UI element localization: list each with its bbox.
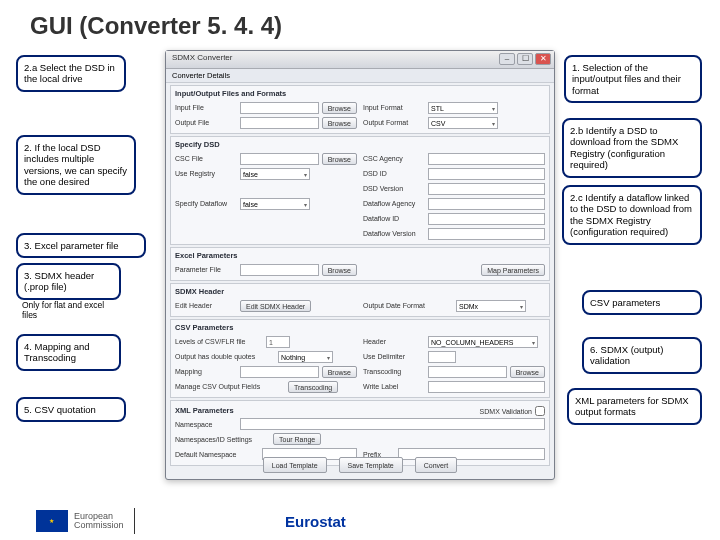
note-flat-excel: Only for flat and excel files (22, 300, 112, 320)
label-dataflow-version: Dataflow Version (363, 230, 425, 237)
convert-button[interactable]: Convert (415, 457, 458, 473)
label-output-doublequotes: Output has double quotes (175, 353, 275, 360)
label-dsd-id: DSD ID (363, 170, 425, 177)
title-prefix: GUI (30, 12, 73, 39)
section-dsd-title: Specify DSD (175, 140, 545, 149)
divider (134, 508, 135, 534)
transcoding-field[interactable] (428, 366, 507, 378)
window-controls: – ☐ ✕ (499, 53, 551, 65)
browse-csc-button[interactable]: Browse (322, 153, 357, 165)
label-output-format: Output Format (363, 119, 425, 126)
label-dataflow-agency: Dataflow Agency (363, 200, 425, 207)
dataflow-version-field[interactable] (428, 228, 545, 240)
callout-2b: 2.b Identify a DSD to download from the … (562, 118, 702, 178)
section-xml-params: XML Parameters SDMX Validation Namespace… (170, 400, 550, 466)
eurostat-label: Eurostat (285, 513, 346, 530)
parameter-file-field[interactable] (240, 264, 319, 276)
label-manage-csv-output: Manage CSV Output Fields (175, 383, 285, 390)
output-file-field[interactable] (240, 117, 319, 129)
label-use-delimiter: Use Delimiter (363, 353, 425, 360)
input-file-field[interactable] (240, 102, 319, 114)
label-use-registry: Use Registry (175, 170, 237, 177)
section-io: Input/Output Files and Formats Input Fil… (170, 85, 550, 134)
section-excel-title: Excel Parameters (175, 251, 545, 260)
minimize-button[interactable]: – (499, 53, 515, 65)
section-xml-title: XML Parameters (175, 406, 477, 415)
close-button[interactable]: ✕ (535, 53, 551, 65)
ec-text: European Commission (74, 512, 124, 531)
window-titlebar: SDMX Converter – ☐ ✕ (166, 51, 554, 69)
callout-6-validation: 6. SDMX (output) validation (582, 337, 702, 374)
edit-sdmx-header-button[interactable]: Edit SDMX Header (240, 300, 311, 312)
label-mapping: Mapping (175, 368, 237, 375)
maximize-button[interactable]: ☐ (517, 53, 533, 65)
header-select[interactable]: NO_COLUMN_HEADERS (428, 336, 538, 348)
label-namespace: Namespace (175, 421, 237, 428)
label-input-format: Input Format (363, 104, 425, 111)
label-output-date-format: Output Date Format (363, 302, 453, 309)
label-edit-header: Edit Header (175, 302, 237, 309)
ec-logo-area: European Commission (36, 508, 135, 534)
callout-3-sdmx-header: 3. SDMX header (.prop file) (16, 263, 121, 300)
callout-1-selection: 1. Selection of the input/output files a… (564, 55, 702, 103)
footer-buttons: Load Template Save Template Convert (166, 457, 554, 473)
callout-4-mapping: 4. Mapping and Transcoding (16, 334, 121, 371)
load-template-button[interactable]: Load Template (263, 457, 327, 473)
label-namespace-settings: Namespaces/ID Settings (175, 436, 270, 443)
section-io-title: Input/Output Files and Formats (175, 89, 545, 98)
delimiter-field[interactable] (428, 351, 456, 363)
input-format-select[interactable]: STL (428, 102, 498, 114)
ec-line2: Commission (74, 521, 124, 530)
label-input-file: Input File (175, 104, 237, 111)
dataflow-id-field[interactable] (428, 213, 545, 225)
doublequotes-select[interactable]: Nothing (278, 351, 333, 363)
browse-mapping-button[interactable]: Browse (322, 366, 357, 378)
label-output-file: Output File (175, 119, 237, 126)
namespace-field[interactable] (240, 418, 545, 430)
mapping-field[interactable] (240, 366, 319, 378)
section-csv-params: CSV Parameters Levels of CSV/FLR file1 H… (170, 319, 550, 398)
label-dataflow-id: Dataflow ID (363, 215, 425, 222)
callout-2c: 2.c Identify a dataflow linked to the DS… (562, 185, 702, 245)
dsd-id-field[interactable] (428, 168, 545, 180)
save-template-button[interactable]: Save Template (339, 457, 403, 473)
browse-transcoding-button[interactable]: Browse (510, 366, 545, 378)
callout-csv-params: CSV parameters (582, 290, 702, 315)
csc-agency-field[interactable] (428, 153, 545, 165)
converter-window: SDMX Converter – ☐ ✕ Converter Details I… (165, 50, 555, 480)
section-sdmx-header-title: SDMX Header (175, 287, 545, 296)
label-dsd-version: DSD Version (363, 185, 425, 192)
window-title: SDMX Converter (172, 53, 232, 62)
browse-param-button[interactable]: Browse (322, 264, 357, 276)
label-parameter-file: Parameter File (175, 266, 237, 273)
tour-range-button[interactable]: Tour Range (273, 433, 321, 445)
section-excel-params: Excel Parameters Parameter FileBrowse Ma… (170, 247, 550, 281)
callout-3-excel: 3. Excel parameter file (16, 233, 146, 258)
slide-title: GUI (Converter 5. 4. 4) (30, 12, 282, 40)
label-csc-file: CSC File (175, 155, 237, 162)
output-date-format-select[interactable]: SDMx (456, 300, 526, 312)
dsd-version-field[interactable] (428, 183, 545, 195)
label-header: Header (363, 338, 425, 345)
output-format-select[interactable]: CSV (428, 117, 498, 129)
dataflow-agency-field[interactable] (428, 198, 545, 210)
levels-field[interactable]: 1 (266, 336, 290, 348)
tab-converter-details[interactable]: Converter Details (166, 69, 554, 83)
write-label-field[interactable] (428, 381, 545, 393)
title-rest: (Converter 5. 4. 4) (73, 12, 282, 39)
transcoding-button[interactable]: Transcoding (288, 381, 338, 393)
map-parameters-button[interactable]: Map Parameters (481, 264, 545, 276)
section-csv-title: CSV Parameters (175, 323, 545, 332)
label-levels: Levels of CSV/FLR file (175, 338, 263, 345)
label-transcoding: Transcoding (363, 368, 425, 375)
label-sdmx-validation: SDMX Validation (480, 408, 532, 415)
callout-xml-params: XML parameters for SDMX output formats (567, 388, 702, 425)
sdmx-validation-checkbox[interactable] (535, 406, 545, 416)
browse-input-button[interactable]: Browse (322, 102, 357, 114)
browse-output-button[interactable]: Browse (322, 117, 357, 129)
specify-dataflow-select[interactable]: false (240, 198, 310, 210)
label-specify-dataflow: Specify Dataflow (175, 200, 237, 207)
callout-2a: 2.a Select the DSD in the local drive (16, 55, 126, 92)
csc-file-field[interactable] (240, 153, 319, 165)
use-registry-select[interactable]: false (240, 168, 310, 180)
